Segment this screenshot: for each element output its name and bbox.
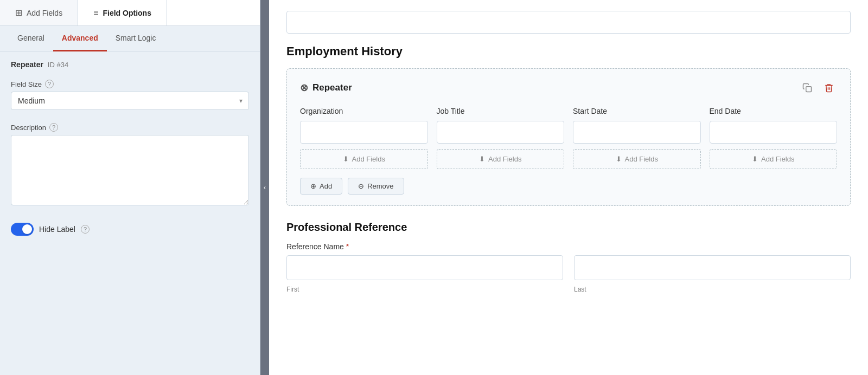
minus-circle-icon: ⊖ xyxy=(358,182,364,190)
field-size-select-wrapper: Medium Small Large ▾ xyxy=(11,92,249,110)
tab-add-fields[interactable]: ⊞ Add Fields xyxy=(0,0,78,25)
organization-label: Organization xyxy=(300,107,428,115)
last-name-col: Last xyxy=(574,255,851,293)
download-icon-org: ⬇ xyxy=(343,155,349,163)
repeater-field-id: ID #34 xyxy=(48,61,68,69)
job-title-label: Job Title xyxy=(437,107,565,115)
professional-reference-section: Professional Reference Reference Name * … xyxy=(286,221,851,293)
add-btn-label: Add xyxy=(320,182,332,190)
download-icon-end: ⬇ xyxy=(752,155,758,163)
reference-name-label: Reference Name * xyxy=(286,242,851,251)
remove-row-button[interactable]: ⊖ Remove xyxy=(348,178,404,195)
name-fields-grid: First Last xyxy=(286,255,851,293)
field-size-section: Field Size ? Medium Small Large ▾ xyxy=(0,73,260,117)
add-fields-job-btn[interactable]: ⬇ Add Fields xyxy=(437,149,565,169)
add-fields-label: Add Fields xyxy=(27,9,62,17)
repeater-card-title: ⊗ Repeater xyxy=(300,82,352,94)
add-fields-start-btn[interactable]: ⬇ Add Fields xyxy=(573,149,701,169)
field-size-help-icon[interactable]: ? xyxy=(45,80,54,88)
job-title-col: Job Title ⬇ Add Fields xyxy=(437,107,565,169)
organization-input[interactable] xyxy=(300,121,428,144)
organization-col: Organization ⬇ Add Fields xyxy=(300,107,428,169)
download-icon-job: ⬇ xyxy=(479,155,485,163)
hide-label-text: Hide Label xyxy=(39,225,75,234)
description-label: Description ? xyxy=(11,123,249,132)
plus-circle-icon: ⊕ xyxy=(310,182,316,190)
sub-tabs: General Advanced Smart Logic xyxy=(0,26,260,51)
copy-repeater-button[interactable] xyxy=(799,80,815,96)
field-size-label: Field Size ? xyxy=(11,80,249,88)
tab-smart-logic[interactable]: Smart Logic xyxy=(107,26,165,51)
start-date-input[interactable] xyxy=(573,121,701,144)
hide-label-help-icon[interactable]: ? xyxy=(81,225,90,234)
add-fields-end-btn[interactable]: ⬇ Add Fields xyxy=(710,149,838,169)
last-name-input[interactable] xyxy=(574,255,851,280)
start-date-col: Start Date ⬇ Add Fields xyxy=(573,107,701,169)
top-field-input[interactable] xyxy=(286,11,851,34)
repeater-fields-grid: Organization ⬇ Add Fields Job Title ⬇ Ad… xyxy=(300,107,837,169)
last-label: Last xyxy=(574,286,851,293)
tab-advanced[interactable]: Advanced xyxy=(53,26,107,51)
first-name-input[interactable] xyxy=(286,255,563,280)
end-date-input[interactable] xyxy=(710,121,838,144)
repeater-field-header: Repeater ID #34 xyxy=(0,51,260,73)
employment-history-title: Employment History xyxy=(286,44,851,59)
repeater-card-icon: ⊗ xyxy=(300,82,308,94)
left-panel: ⊞ Add Fields ≡ Field Options General Adv… xyxy=(0,0,260,375)
tab-field-options[interactable]: ≡ Field Options xyxy=(78,0,167,25)
svg-rect-0 xyxy=(806,87,812,92)
top-input-row xyxy=(286,11,851,34)
required-star: * xyxy=(346,242,349,251)
top-tabs: ⊞ Add Fields ≡ Field Options xyxy=(0,0,260,26)
add-row-button[interactable]: ⊕ Add xyxy=(300,178,342,195)
field-options-icon: ≡ xyxy=(93,8,98,18)
add-fields-organization-btn[interactable]: ⬇ Add Fields xyxy=(300,149,428,169)
remove-btn-label: Remove xyxy=(367,182,393,190)
add-fields-icon: ⊞ xyxy=(15,8,22,18)
field-size-select[interactable]: Medium Small Large xyxy=(11,92,249,110)
advanced-tab-label: Advanced xyxy=(62,34,98,42)
right-panel: Employment History ⊗ Repeater xyxy=(269,0,868,375)
delete-repeater-button[interactable] xyxy=(821,80,837,96)
end-date-label: End Date xyxy=(710,107,838,115)
start-date-label: Start Date xyxy=(573,107,701,115)
description-section: Description ? xyxy=(0,117,260,214)
description-textarea[interactable] xyxy=(11,135,249,205)
professional-reference-title: Professional Reference xyxy=(286,221,851,234)
repeater-footer: ⊕ Add ⊖ Remove xyxy=(300,178,837,195)
field-options-label: Field Options xyxy=(103,9,151,17)
repeater-field-label: Repeater xyxy=(11,60,43,69)
panel-resizer[interactable]: ‹ xyxy=(260,0,269,375)
hide-label-row: Hide Label ? xyxy=(0,214,260,244)
download-icon-start: ⬇ xyxy=(616,155,622,163)
repeater-title-text: Repeater xyxy=(312,82,352,93)
end-date-col: End Date ⬇ Add Fields xyxy=(710,107,838,169)
tab-general[interactable]: General xyxy=(9,26,53,51)
job-title-input[interactable] xyxy=(437,121,565,144)
description-help-icon[interactable]: ? xyxy=(49,123,58,132)
repeater-card-actions xyxy=(799,80,837,96)
smart-logic-tab-label: Smart Logic xyxy=(116,34,156,42)
first-name-col: First xyxy=(286,255,563,293)
hide-label-toggle[interactable] xyxy=(11,223,34,236)
general-tab-label: General xyxy=(17,34,44,42)
repeater-card-header: ⊗ Repeater xyxy=(300,80,837,96)
first-label: First xyxy=(286,286,563,293)
repeater-card: ⊗ Repeater Organization xyxy=(286,68,851,206)
